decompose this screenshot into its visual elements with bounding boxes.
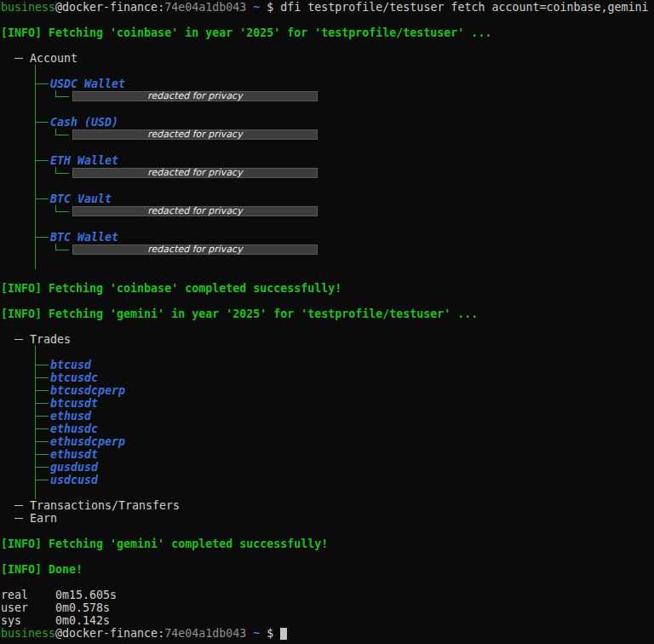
terminal-window[interactable]: business@docker-finance:74e04a1db043 ~ $… — [0, 0, 654, 644]
tree-dash-icon — [14, 512, 23, 525]
tree-item-trade: btcusdc — [1, 371, 654, 384]
tree-branch-icon — [32, 371, 49, 384]
tree-vertical-row — [1, 346, 654, 359]
tree-item-trade: gusdusd — [1, 461, 654, 474]
timing-row-real: real0m15.605s — [1, 589, 654, 601]
prompt-symbol: $ — [260, 627, 280, 640]
tree-vertical-line — [32, 205, 38, 218]
command-text: dfi testprofile/testuser fetch account=c… — [280, 1, 648, 14]
tree-vertical-line — [32, 129, 38, 141]
terminal-cursor[interactable] — [280, 628, 287, 640]
trade-pair: usdcusd — [50, 474, 98, 486]
tree-corner-icon — [52, 90, 69, 103]
tree-branch-icon — [32, 384, 49, 397]
trade-pair: btcusdcperp — [50, 384, 125, 397]
tree-item-redacted-value: redacted for privacy — [1, 167, 654, 180]
blank-line — [1, 550, 654, 563]
tree-item-trade: ethusdc — [1, 423, 654, 435]
tree-item-redacted-value: redacted for privacy — [1, 90, 654, 103]
log-line-done: [INFO] Done! — [1, 563, 654, 576]
tree-corner-icon — [52, 244, 69, 256]
tree-root-label: Earn — [30, 512, 57, 525]
trade-pair: ethusd — [50, 410, 91, 423]
tree-branch-icon — [32, 461, 49, 474]
blank-line — [1, 295, 654, 308]
prompt-user: business — [1, 627, 55, 640]
wallet-name: BTC Vault — [50, 193, 112, 205]
redacted-value-bar: redacted for privacy — [72, 244, 318, 255]
tree-root-label: Trades — [30, 333, 71, 346]
tree-vertical-line — [32, 256, 38, 269]
blank-line — [1, 14, 654, 26]
log-text: [INFO] Fetching 'gemini' in year '2025' … — [1, 308, 478, 320]
redacted-value-bar: redacted for privacy — [72, 91, 318, 101]
tree-vertical-row — [1, 256, 654, 269]
tree-corner-icon — [52, 205, 69, 218]
timing-row-user: user0m0.578s — [1, 601, 654, 614]
wallet-name: BTC Wallet — [50, 231, 118, 244]
tree-vertical-row — [1, 103, 654, 116]
tree-item-wallet: USDC Wallet — [1, 78, 654, 90]
log-line-gemini-start: [INFO] Fetching 'gemini' in year '2025' … — [1, 308, 654, 320]
timing-label: sys — [1, 614, 55, 627]
prompt-line-current[interactable]: business@docker-finance:74e04a1db043 ~ $ — [1, 627, 654, 640]
tree-vertical-line — [32, 141, 38, 154]
wallet-name: Cash (USD) — [50, 116, 118, 129]
tree-vertical-line — [32, 244, 38, 256]
tree-branch-icon — [32, 78, 49, 90]
tree-root-account: Account — [1, 52, 654, 65]
tree-item-wallet: BTC Vault — [1, 193, 654, 205]
tree-item-redacted-value: redacted for privacy — [1, 244, 654, 256]
tree-root-label: Transactions/Transfers — [30, 499, 180, 512]
tree-dash-icon — [14, 499, 23, 512]
trade-pair: ethusdt — [50, 448, 98, 461]
tree-branch-icon — [32, 423, 49, 435]
log-text: [INFO] Done! — [1, 563, 83, 576]
tree-item-trade: ethusdcperp — [1, 435, 654, 448]
log-line-gemini-done: [INFO] Fetching 'gemini' completed succe… — [1, 538, 654, 550]
redacted-value-bar: redacted for privacy — [72, 206, 318, 216]
blank-line — [1, 39, 654, 52]
prompt-path: ~ — [246, 1, 260, 14]
tree-branch-icon — [32, 116, 49, 129]
tree-vertical-line — [32, 218, 38, 231]
prompt-container-id: 74e04a1db043 — [164, 1, 246, 14]
tree-vertical-line — [32, 90, 38, 103]
trade-pair: gusdusd — [50, 461, 98, 474]
tree-item-redacted-value: redacted for privacy — [1, 129, 654, 141]
tree-root-trades: Trades — [1, 333, 654, 346]
tree-root-transactions: Transactions/Transfers — [1, 499, 654, 512]
tree-vertical-line — [32, 167, 38, 180]
tree-vertical-line — [32, 346, 38, 359]
tree-vertical-row — [1, 218, 654, 231]
wallet-name: USDC Wallet — [50, 78, 125, 90]
tree-item-wallet: BTC Wallet — [1, 231, 654, 244]
tree-item-redacted-value: redacted for privacy — [1, 205, 654, 218]
redacted-value-bar: redacted for privacy — [72, 129, 318, 140]
tree-root-label: Account — [30, 52, 77, 65]
tree-corner-icon — [52, 167, 69, 180]
tree-branch-icon — [32, 154, 49, 167]
log-text: [INFO] Fetching 'coinbase' in year '2025… — [1, 26, 491, 39]
tree-root-earn: Earn — [1, 512, 654, 525]
tree-branch-icon — [32, 231, 49, 244]
prompt-symbol: $ — [260, 1, 280, 14]
log-text: [INFO] Fetching 'coinbase' completed suc… — [1, 282, 341, 295]
blank-line — [1, 576, 654, 589]
tree-item-trade: ethusd — [1, 410, 654, 423]
prompt-line-command: business@docker-finance:74e04a1db043 ~ $… — [1, 1, 654, 14]
timing-value: 0m0.142s — [55, 614, 110, 627]
tree-vertical-row — [1, 65, 654, 78]
timing-value: 0m15.605s — [55, 589, 117, 601]
timing-value: 0m0.578s — [55, 601, 110, 614]
tree-item-trade: btcusdcperp — [1, 384, 654, 397]
tree-vertical-line — [32, 65, 38, 78]
tree-corner-icon — [52, 129, 69, 141]
trade-pair: ethusdc — [50, 423, 98, 435]
trade-pair: btcusd — [50, 359, 91, 371]
timing-label: real — [1, 589, 55, 601]
tree-vertical-row — [1, 180, 654, 193]
prompt-host: @docker-finance: — [55, 1, 164, 14]
prompt-container-id: 74e04a1db043 — [164, 627, 246, 640]
log-line-coinbase-start: [INFO] Fetching 'coinbase' in year '2025… — [1, 26, 654, 39]
